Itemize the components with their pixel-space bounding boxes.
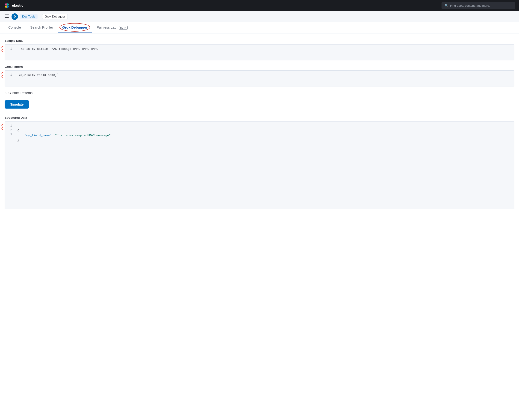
grok-pattern-editor[interactable]: 1 `%{DATA:my_field_name}`	[5, 70, 514, 86]
structured-data-right-panel	[280, 121, 514, 209]
svg-point-5	[5, 4, 8, 7]
beta-badge: BETA	[119, 26, 128, 30]
sample-data-line-numbers: 1	[5, 45, 14, 60]
user-avatar[interactable]: D	[12, 13, 18, 20]
svg-rect-8	[5, 17, 9, 18]
grok-pattern-right-panel	[280, 71, 514, 86]
structured-data-value: "The is my sample HMAC message"	[55, 134, 111, 137]
structured-data-bracket-open: {	[17, 129, 19, 132]
top-navigation: elastic 🔍 Find apps, content, and more.	[0, 0, 519, 11]
sample-data-label: Sample Data	[5, 39, 514, 42]
structured-data-section: Structured Data 1 2 3 { "my_field_name":…	[5, 116, 514, 214]
search-placeholder-text: Find apps, content, and more.	[450, 4, 490, 7]
tab-console[interactable]: Console	[4, 22, 26, 33]
grok-pattern-scribble	[0, 72, 4, 79]
main-content: Sample Data 1 `The is my sample HMAC mes…	[0, 33, 519, 219]
grok-pattern-line-numbers: 1	[5, 71, 14, 86]
hamburger-menu-button[interactable]	[4, 14, 10, 19]
tab-bar: Console Search Profiler Grok Debugger Pa…	[0, 22, 519, 33]
breadcrumb-bar: D Dev Tools › Grok Debugger	[0, 11, 519, 22]
structured-data-scribble	[0, 124, 4, 130]
grok-pattern-editor-wrapper: 1 `%{DATA:my_field_name}`	[5, 70, 514, 91]
structured-data-editor: 1 2 3 { "my_field_name": "The is my samp…	[5, 121, 514, 209]
grok-pattern-label: Grok Pattern	[5, 65, 514, 68]
sample-data-editor[interactable]: 1 `The is my sample HMAC message`HMAC HM…	[5, 44, 514, 60]
tab-painless-lab[interactable]: Painless Lab BETA	[92, 22, 132, 33]
structured-data-code: { "my_field_name": "The is my sample HMA…	[14, 121, 280, 150]
structured-data-label: Structured Data	[5, 116, 514, 120]
sample-data-code[interactable]: `The is my sample HMAC message`HMAC HMAC…	[14, 45, 280, 60]
global-search-bar[interactable]: 🔍 Find apps, content, and more.	[442, 2, 515, 9]
structured-data-key: "my_field_name"	[24, 134, 52, 137]
tab-grok-debugger[interactable]: Grok Debugger	[58, 22, 92, 33]
sample-data-editor-wrapper: 1 `The is my sample HMAC message`HMAC HM…	[5, 44, 514, 65]
grok-pattern-code[interactable]: `%{DATA:my_field_name}`	[14, 71, 280, 86]
breadcrumb-dev-tools[interactable]: Dev Tools	[20, 14, 37, 19]
hamburger-icon	[5, 15, 9, 18]
search-icon: 🔍	[445, 4, 448, 7]
tab-search-profiler[interactable]: Search Profiler	[26, 22, 58, 33]
custom-patterns-chevron-icon[interactable]: ›	[6, 91, 7, 95]
sample-data-scribble	[0, 46, 4, 52]
sample-data-right-panel	[280, 45, 514, 60]
breadcrumb-current-page: Grok Debugger	[42, 14, 68, 19]
simulate-button[interactable]: Simulate	[5, 100, 29, 109]
elastic-logo-icon	[4, 2, 10, 9]
svg-rect-7	[5, 16, 9, 16]
structured-data-line-numbers: 1 2 3	[5, 121, 14, 139]
elastic-logo[interactable]: elastic	[4, 2, 23, 9]
custom-patterns-label[interactable]: Custom Patterns	[8, 91, 32, 95]
structured-data-editor-wrapper: 1 2 3 { "my_field_name": "The is my samp…	[5, 121, 514, 214]
structured-data-bracket-close: }	[17, 139, 19, 142]
breadcrumb-separator: ›	[39, 15, 40, 18]
elastic-logo-text: elastic	[12, 3, 23, 8]
custom-patterns-row[interactable]: › Custom Patterns	[5, 91, 514, 95]
svg-rect-6	[5, 15, 9, 15]
